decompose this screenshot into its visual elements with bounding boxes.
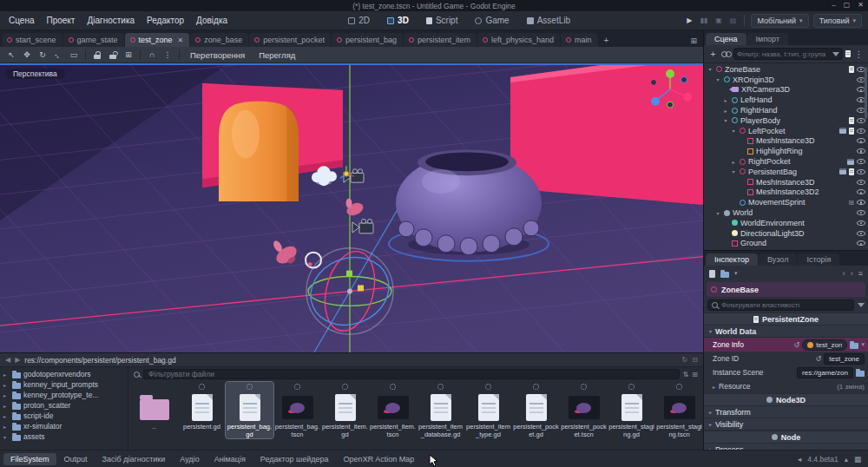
tree-row-playerbody[interactable]: ▾PlayerBody	[704, 115, 868, 126]
close-button[interactable]: ✕	[858, 1, 864, 9]
filter-funnel-icon[interactable]	[858, 303, 865, 307]
tab-persistent-pocket[interactable]: persistent_pocket	[249, 33, 331, 47]
tree-row-worldenvironment[interactable]: WorldEnvironment	[704, 218, 868, 228]
movie-mode-button[interactable]: ▤	[728, 16, 739, 25]
collapse-icon[interactable]: ◂	[798, 455, 801, 464]
folder-icon[interactable]	[856, 371, 865, 377]
property-resource[interactable]: ▸ Resource (1 зміна)	[704, 379, 868, 393]
play-button[interactable]: ▶	[685, 16, 694, 25]
tree-row-persistentbag[interactable]: ▾PersistentBag	[704, 167, 868, 177]
expand-panel-icon[interactable]: ▦	[854, 455, 861, 464]
file-tile-parent[interactable]: ..	[130, 382, 178, 438]
script-icon[interactable]	[849, 117, 854, 124]
visibility-eye-icon[interactable]	[857, 159, 865, 164]
visibility-eye-icon[interactable]	[857, 231, 865, 236]
play-scene-button[interactable]: ▣	[713, 16, 724, 25]
folder-row[interactable]: ▾assets	[0, 431, 128, 442]
file-tile-selected[interactable]: persistent_bag.gd	[226, 382, 273, 438]
menu-project[interactable]: Проект	[40, 13, 81, 28]
chevron-down-icon[interactable]: ▾	[734, 270, 738, 277]
pause-button[interactable]: ▮▮	[698, 16, 709, 25]
tab-import-dock[interactable]: Імпорт	[747, 33, 789, 45]
tree-row-xrcamera3d[interactable]: XRCamera3D	[704, 85, 868, 95]
zone-id-field[interactable]: test_zone	[824, 353, 865, 365]
panel-audio[interactable]: Аудіо	[173, 453, 206, 465]
scale-tool-icon[interactable]: ↔	[49, 45, 68, 64]
tree-row-meshinstance3d[interactable]: MeshInstance3D	[704, 177, 868, 187]
tree-row-world[interactable]: ▾World	[704, 207, 868, 218]
folder-row[interactable]: ▸kenney_prototype_te...	[0, 390, 128, 400]
back-icon[interactable]: ◀	[5, 356, 10, 364]
renderer-dropdown[interactable]: Мобільний▾	[751, 14, 808, 28]
class-header-node[interactable]: Node	[704, 431, 868, 444]
file-tile[interactable]: persistent_item.tscn	[369, 382, 417, 438]
visibility-eye-icon[interactable]	[857, 138, 865, 143]
tab-node[interactable]: Вузол	[759, 253, 798, 266]
refresh-icon[interactable]: ↻	[682, 356, 688, 364]
tree-row-movementsprint[interactable]: MovementSprint⊞	[704, 197, 868, 207]
script-class-header[interactable]: PersistentZone	[704, 312, 868, 326]
tab-scene-dock[interactable]: Сцена	[706, 33, 746, 45]
visibility-eye-icon[interactable]	[857, 180, 865, 185]
tab-persistent-item[interactable]: persistent_item	[404, 33, 477, 47]
tree-row-lefthand[interactable]: ▸LeftHand	[704, 95, 868, 105]
tab-persistent-bag[interactable]: persistent_bag	[332, 33, 403, 47]
tree-row-meshinstance3d[interactable]: MeshInstance3D	[704, 136, 868, 147]
scene-menu-icon[interactable]: ⋮	[853, 49, 865, 59]
file-tile[interactable]: persistent_item.gd	[321, 382, 369, 438]
tab-left-physics-hand[interactable]: left_physics_hand	[477, 33, 560, 47]
tab-history[interactable]: Історія	[798, 253, 839, 266]
minimize-button[interactable]: –	[832, 1, 835, 9]
category-world-data[interactable]: ▾World Data	[704, 326, 868, 338]
scene-filter-input[interactable]	[737, 50, 830, 58]
distraction-free-icon[interactable]: ⊞	[686, 35, 701, 47]
sort-icon[interactable]: ⇅	[683, 371, 689, 378]
instantiate-scene-icon[interactable]	[721, 51, 731, 56]
tree-row-meshinstance3d2[interactable]: MeshInstance3D2	[704, 187, 868, 198]
property-zone-id[interactable]: Zone ID ↺ test_zone	[704, 352, 868, 365]
menu-help[interactable]: Довідка	[190, 13, 233, 28]
class-header-node3d[interactable]: Node3D	[704, 393, 868, 406]
revert-icon[interactable]: ↺	[794, 341, 800, 349]
select-tool-icon[interactable]: ↖	[4, 49, 18, 62]
visibility-eye-icon[interactable]	[857, 148, 865, 154]
lock-icon[interactable]	[90, 49, 104, 62]
mode-assetlib-button[interactable]: AssetLib	[519, 14, 578, 27]
file-tile[interactable]: persistent_item_database.gd	[417, 382, 464, 438]
menu-debug[interactable]: Діагностика	[81, 13, 141, 28]
load-resource-icon[interactable]	[720, 272, 729, 278]
tree-row-highlightring[interactable]: HighlightRing	[704, 146, 868, 156]
attach-script-icon[interactable]	[845, 50, 851, 57]
tab-zone-base[interactable]: zone_base	[190, 33, 248, 47]
perspective-button[interactable]: Перспектива	[5, 69, 65, 79]
panel-shader-editor[interactable]: Редактор шейдера	[253, 453, 336, 465]
rotate-tool-icon[interactable]: ↻	[36, 49, 49, 62]
file-tile[interactable]: persistent_staging.tscn	[655, 382, 703, 438]
instance-icon[interactable]	[839, 168, 846, 174]
new-resource-icon[interactable]	[709, 270, 715, 278]
section-transform[interactable]: ▸Transform	[704, 406, 868, 418]
mode-game-button[interactable]: Game	[467, 14, 516, 27]
visibility-eye-icon[interactable]	[857, 169, 865, 174]
revert-icon[interactable]: ↺	[816, 355, 822, 363]
tab-main[interactable]: main	[561, 33, 598, 47]
script-icon[interactable]	[849, 66, 854, 73]
tree-row-righthand[interactable]: ▸RightHand	[704, 105, 868, 115]
pin-panel-icon[interactable]: ▴	[845, 455, 848, 464]
inspector-menu-icon[interactable]: ≡	[858, 269, 863, 278]
list-select-icon[interactable]: ▭	[67, 49, 81, 62]
visibility-eye-icon[interactable]	[857, 210, 865, 215]
folder-icon[interactable]	[850, 343, 858, 349]
instance-icon[interactable]	[847, 159, 854, 165]
viewport-3d[interactable]: Перспектива	[0, 63, 703, 352]
view-menu[interactable]: Перегляд	[253, 49, 301, 62]
mode-3d-button[interactable]: 3D	[379, 14, 417, 27]
panel-output[interactable]: Output	[57, 453, 95, 465]
instance-scene-field[interactable]: res://game/zon	[797, 367, 853, 378]
file-tile[interactable]: persistent_pocket.gd	[512, 382, 560, 438]
panel-debugger[interactable]: Засіб діагностики	[95, 453, 173, 465]
visibility-eye-icon[interactable]	[857, 118, 865, 123]
folder-row[interactable]: ▸godotopenxrvendors	[0, 369, 128, 379]
tab-inspector[interactable]: Інспектор	[706, 253, 758, 266]
file-tile[interactable]: persistent_bag.tscn	[273, 382, 321, 438]
